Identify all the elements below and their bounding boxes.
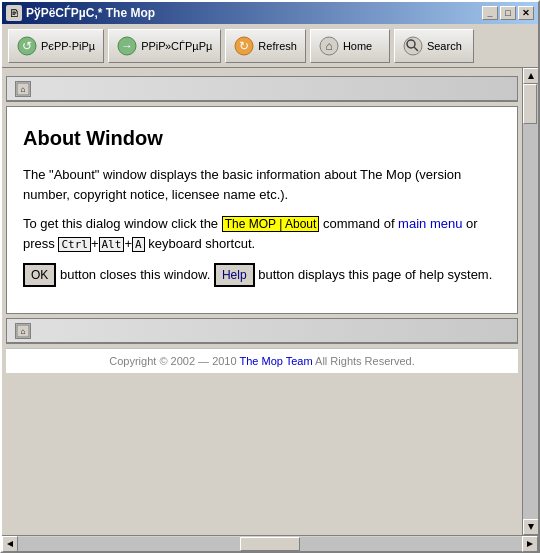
plus1: + <box>91 236 99 251</box>
back-icon: ↺ <box>17 36 37 56</box>
article-content: About Window The "Abount" window display… <box>7 107 517 313</box>
search-button[interactable]: Search <box>394 29 474 63</box>
bottom-panel: ⌂ <box>6 318 518 344</box>
forward-button[interactable]: → РРіР»СЃРµРµ <box>108 29 221 63</box>
hscroll-thumb[interactable] <box>240 537 300 551</box>
minimize-button[interactable]: _ <box>482 6 498 20</box>
refresh-button[interactable]: ↻ Refresh <box>225 29 306 63</box>
article-title: About Window <box>23 123 501 153</box>
svg-text:↺: ↺ <box>22 39 32 53</box>
svg-text:↻: ↻ <box>239 39 249 53</box>
forward-icon: → <box>117 36 137 56</box>
refresh-button-label: Refresh <box>258 40 297 52</box>
scroll-down-arrow[interactable] <box>523 519 538 535</box>
toolbar: ↺ РєРР·РіРµ → РРіР»СЃРµРµ ↻ Refresh <box>2 24 538 68</box>
menu-highlight: The MOP | About <box>222 216 320 232</box>
svg-marker-16 <box>528 524 534 530</box>
main-content: ⌂ About Window The "Abount" window displ… <box>2 68 522 535</box>
svg-marker-15 <box>528 73 534 79</box>
scroll-left-arrow[interactable] <box>2 536 18 552</box>
titlebar: 🖹 РўРёСЃРµС‚* The Mop _ □ ✕ <box>2 2 538 24</box>
nav-back-button[interactable]: ↺ РєРР·РіРµ <box>8 29 104 63</box>
home-button[interactable]: ⌂ Home <box>310 29 390 63</box>
top-panel-header: ⌂ <box>7 77 517 101</box>
kbd-alt: Alt <box>99 237 125 252</box>
svg-marker-18 <box>527 541 533 547</box>
scroll-track[interactable] <box>523 84 538 519</box>
bottom-panel-icon: ⌂ <box>15 323 31 339</box>
back-button-label: РєРР·РіРµ <box>41 40 95 52</box>
svg-text:⌂: ⌂ <box>21 85 26 94</box>
search-icon <box>403 36 423 56</box>
titlebar-title: РўРёСЃРµС‚* The Mop <box>26 6 155 20</box>
content-area: ⌂ About Window The "Abount" window displ… <box>2 68 538 535</box>
scroll-thumb[interactable] <box>523 84 537 124</box>
right-scrollbar <box>522 68 538 535</box>
bottom-panel-header: ⌂ <box>7 319 517 343</box>
scroll-up-arrow[interactable] <box>523 68 538 84</box>
svg-text:→: → <box>121 39 133 53</box>
plus2: + <box>124 236 132 251</box>
main-menu-link[interactable]: main menu <box>398 216 462 231</box>
kbd-ctrl: Ctrl <box>58 237 91 252</box>
article-para3: OK button closes this window. Help butto… <box>23 263 501 287</box>
close-button[interactable]: ✕ <box>518 6 534 20</box>
bottom-scrollbar <box>2 535 538 551</box>
top-panel: ⌂ <box>6 76 518 102</box>
kbd-a: A <box>132 237 145 252</box>
titlebar-buttons: _ □ ✕ <box>482 6 534 20</box>
svg-text:⌂: ⌂ <box>21 327 26 336</box>
rights-text: All Rights Reserved. <box>313 355 415 367</box>
refresh-icon: ↻ <box>234 36 254 56</box>
titlebar-icon: 🖹 <box>6 5 22 21</box>
article-para1: The "Abount" window displays the basic i… <box>23 165 501 204</box>
article-panel: About Window The "Abount" window display… <box>6 106 518 314</box>
home-button-label: Home <box>343 40 372 52</box>
search-button-label: Search <box>427 40 462 52</box>
home-icon: ⌂ <box>319 36 339 56</box>
scroll-right-arrow[interactable] <box>522 536 538 552</box>
help-inline-button[interactable]: Help <box>214 263 255 287</box>
mop-team-link[interactable]: The Mop Team <box>239 355 312 367</box>
panel-header-icon: ⌂ <box>15 81 31 97</box>
svg-text:⌂: ⌂ <box>325 39 332 53</box>
maximize-button[interactable]: □ <box>500 6 516 20</box>
main-window: 🖹 РўРёСЃРµС‚* The Mop _ □ ✕ ↺ РєРР·РіРµ <box>0 0 540 553</box>
footer: Copyright © 2002 — 2010 The Mop Team All… <box>6 348 518 373</box>
svg-marker-17 <box>7 541 13 547</box>
forward-button-label: РРіР»СЃРµРµ <box>141 40 212 52</box>
copyright-text: Copyright © 2002 — 2010 <box>109 355 239 367</box>
article-para2: To get this dialog window click the The … <box>23 214 501 253</box>
ok-inline-button[interactable]: OK <box>23 263 56 287</box>
titlebar-left: 🖹 РўРёСЃРµС‚* The Mop <box>6 5 155 21</box>
hscroll-track[interactable] <box>18 537 522 551</box>
